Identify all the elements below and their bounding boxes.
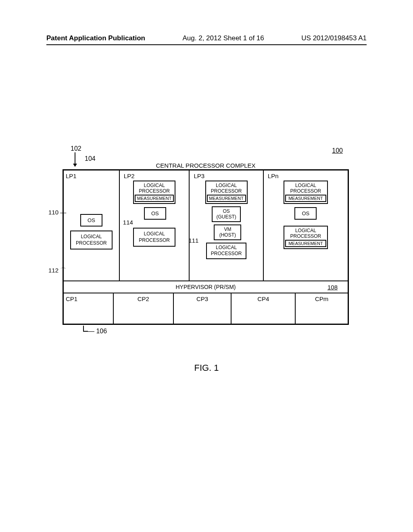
hypervisor-label: HYPERVISOR (PR/SM) [64,284,348,290]
lp3-label: LP3 [194,172,261,179]
ref-104: 104 [85,155,96,162]
logical-processor-text: LOGICAL PROCESSOR [76,234,107,246]
ref-110: 110 — [48,209,66,216]
lp2-logical-processor-bottom: LOGICAL PROCESSOR [133,228,175,247]
lp2-logical-processor-top: LOGICAL PROCESSOR MEASUREMENT [133,181,175,204]
logical-processor-text: LOGICAL PROCESSOR [290,228,321,239]
lp3-os-guest: OS (GUEST) [212,206,241,222]
lp-row: LP1 110 — OS LOGICAL PROCESSOR 112 ⌒ LP2… [64,170,348,281]
title-cpc: CENTRAL PROCESSOR COMPLEX [63,162,349,169]
ref-111: 111 [188,237,198,244]
cp2: CP2 [114,293,174,324]
ref-106: — 106 [88,328,107,335]
measurement-box: MEASUREMENT [207,195,246,202]
main-box: LP1 110 — OS LOGICAL PROCESSOR 112 ⌒ LP2… [63,169,349,325]
lp3-logical-processor-top: LOGICAL PROCESSOR MEASUREMENT [205,181,248,204]
ref-112: 112 ⌒ [48,267,66,274]
measurement-box: MEASUREMENT [285,195,326,202]
cpm: CPm [296,293,348,324]
header-center: Aug. 2, 2012 Sheet 1 of 16 [183,34,264,42]
header-right: US 2012/0198453 A1 [301,34,367,42]
lpn-logical-processor-top: LOGICAL PROCESSOR MEASUREMENT [284,181,328,204]
ref-106-hook [83,326,88,332]
lp2-os: OS [144,207,166,220]
lp1-label: LP1 [66,172,117,179]
lp1-os: OS [80,214,102,227]
header-left: Patent Application Publication [46,34,145,42]
lpn-os: OS [294,207,317,220]
lp1-cell: LP1 110 — OS LOGICAL PROCESSOR 112 ⌒ [64,170,120,281]
lpn-cell: LPn LOGICAL PROCESSOR MEASUREMENT OS LOG… [264,170,348,281]
hypervisor-row: HYPERVISOR (PR/SM) 108 [64,281,348,293]
ref-114: 114 [123,219,133,226]
logical-processor-text: LOGICAL PROCESSOR [139,183,170,194]
lp3-vm-host: VM (HOST) [214,224,241,240]
measurement-box: MEASUREMENT [285,240,326,247]
page-header: Patent Application Publication Aug. 2, 2… [0,34,413,42]
lp3-cell: LP3 LOGICAL PROCESSOR MEASUREMENT OS (GU… [190,170,263,281]
cp-row: CP1 CP2 CP3 CP4 CPm [64,293,348,324]
cp3: CP3 [174,293,232,324]
logical-processor-text: LOGICAL PROCESSOR [290,183,321,194]
ref-100: 100 [332,147,343,154]
lpn-logical-processor-bottom: LOGICAL PROCESSOR MEASUREMENT [284,226,328,249]
logical-processor-text: LOGICAL PROCESSOR [139,231,170,243]
ref-108: 108 [327,284,338,291]
cp1: CP1 [64,293,114,324]
lp1-logical-processor: LOGICAL PROCESSOR [70,231,113,249]
lp2-cell: LP2 LOGICAL PROCESSOR MEASUREMENT 114 OS… [120,170,190,281]
figure-label: FIG. 1 [0,363,413,373]
header-divider [46,44,367,45]
cp4: CP4 [232,293,296,324]
logical-processor-text: LOGICAL PROCESSOR [211,183,242,194]
lpn-label: LPn [268,172,346,179]
ref-102: 102 [71,145,81,152]
lp2-label: LP2 [124,172,187,179]
logical-processor-text: LOGICAL PROCESSOR [211,245,242,257]
lp3-logical-processor-bottom: LOGICAL PROCESSOR [206,243,246,259]
measurement-box: MEASUREMENT [135,195,174,202]
